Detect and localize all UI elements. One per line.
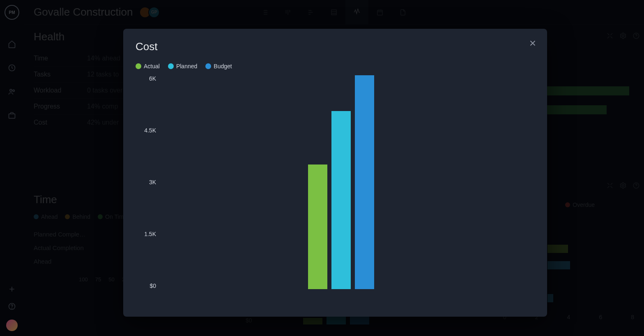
legend-dot-icon (168, 63, 174, 69)
chart-y-axis: 6K 4.5K 3K 1.5K $0 (136, 75, 156, 289)
chart-area: 6K 4.5K 3K 1.5K $0 (136, 75, 535, 297)
legend-dot-icon (136, 63, 141, 69)
modal-title: Cost (136, 40, 535, 53)
close-icon[interactable] (528, 39, 537, 49)
chart-bars (308, 75, 374, 289)
legend-item: Planned (168, 63, 197, 70)
chart-bar-planned (331, 111, 351, 289)
legend-dot-icon (205, 63, 211, 69)
chart-bar-actual (308, 165, 327, 289)
cost-modal: Cost Actual Planned Budget 6K 4.5K 3K 1.… (123, 29, 547, 317)
chart-legend: Actual Planned Budget (136, 63, 535, 70)
chart-bar-budget (355, 75, 374, 289)
legend-item: Budget (205, 63, 232, 70)
legend-item: Actual (136, 63, 160, 70)
